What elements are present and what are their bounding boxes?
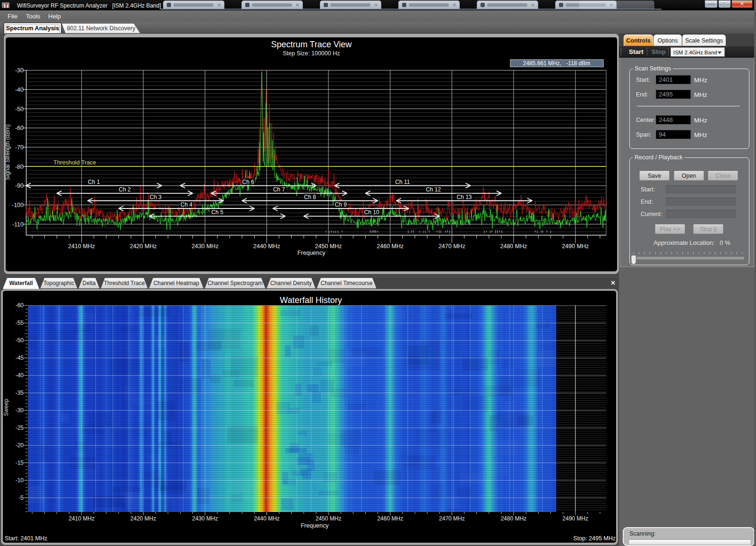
- svg-text:-10: -10: [16, 477, 24, 484]
- svg-text:-5: -5: [18, 494, 24, 501]
- svg-text:Ch 5: Ch 5: [211, 209, 223, 216]
- svg-text:Ch 8: Ch 8: [304, 194, 316, 200]
- svg-text:Ch 4: Ch 4: [180, 201, 193, 208]
- svg-text:Ch 3: Ch 3: [150, 194, 162, 200]
- svg-text:Ch 11: Ch 11: [395, 179, 410, 185]
- svg-text:Ch 9: Ch 9: [335, 201, 347, 208]
- svg-text:-90: -90: [15, 182, 24, 189]
- svg-text:Sweep: Sweep: [3, 399, 9, 416]
- svg-text:2490 MHz: 2490 MHz: [562, 243, 589, 250]
- svg-text:2450 MHz: 2450 MHz: [315, 243, 342, 250]
- svg-text:-45: -45: [16, 355, 24, 361]
- svg-text:2490 MHz: 2490 MHz: [562, 515, 588, 522]
- svg-text:Ch 6: Ch 6: [242, 179, 255, 185]
- svg-text:Ch 10: Ch 10: [364, 209, 379, 216]
- svg-text:-60: -60: [15, 125, 24, 131]
- svg-text:Waterfall History: Waterfall History: [280, 295, 342, 305]
- svg-text:2460 MHz: 2460 MHz: [377, 243, 404, 250]
- svg-text:Ch 1: Ch 1: [88, 179, 100, 185]
- svg-text:Ch 2: Ch 2: [119, 186, 131, 193]
- svg-text:2470 MHz: 2470 MHz: [438, 243, 465, 250]
- svg-text:-80: -80: [15, 164, 24, 170]
- svg-text:2420 MHz: 2420 MHz: [130, 515, 156, 522]
- svg-text:-15: -15: [16, 459, 24, 466]
- svg-text:2460 MHz: 2460 MHz: [377, 515, 403, 522]
- svg-text:Spectrum Trace View: Spectrum Trace View: [271, 40, 352, 49]
- svg-text:2450 MHz: 2450 MHz: [316, 515, 342, 522]
- svg-text:2485.661 MHz, -118 dBm: 2485.661 MHz, -118 dBm: [523, 60, 591, 67]
- svg-text:-110: -110: [12, 221, 24, 228]
- svg-text:Frequency: Frequency: [301, 522, 329, 529]
- svg-text:2480 MHz: 2480 MHz: [501, 515, 527, 522]
- svg-text:-70: -70: [15, 144, 24, 151]
- svg-text:-40: -40: [16, 372, 24, 379]
- svg-text:-20: -20: [16, 442, 24, 449]
- svg-text:2420 MHz: 2420 MHz: [130, 243, 157, 250]
- svg-text:2410 MHz: 2410 MHz: [69, 515, 94, 522]
- svg-text:2480 MHz: 2480 MHz: [500, 243, 527, 250]
- svg-text:-55: -55: [16, 320, 24, 326]
- svg-text:2440 MHz: 2440 MHz: [253, 243, 280, 250]
- svg-text:-25: -25: [16, 425, 24, 431]
- svg-text:-40: -40: [15, 87, 24, 93]
- svg-text:-50: -50: [15, 106, 24, 113]
- svg-text:Ch 12: Ch 12: [426, 186, 441, 193]
- svg-text:-100: -100: [12, 202, 24, 208]
- svg-text:-60: -60: [16, 302, 24, 309]
- svg-text:2470 MHz: 2470 MHz: [439, 515, 465, 522]
- svg-text:Stop: 2495 MHz: Stop: 2495 MHz: [573, 535, 616, 542]
- svg-text:Frequency: Frequency: [297, 250, 326, 256]
- svg-text:Ch 13: Ch 13: [456, 194, 472, 200]
- svg-text:2440 MHz: 2440 MHz: [254, 515, 280, 522]
- svg-text:Start: 2401 MHz: Start: 2401 MHz: [5, 535, 47, 542]
- svg-text:-30: -30: [15, 67, 24, 74]
- svg-text:-35: -35: [16, 390, 24, 396]
- svg-text:Ch 7: Ch 7: [273, 186, 285, 193]
- svg-text:Step Size: 100000 Hz: Step Size: 100000 Hz: [283, 50, 340, 57]
- svg-text:Threshold Trace: Threshold Trace: [53, 159, 96, 166]
- svg-text:2430 MHz: 2430 MHz: [191, 243, 218, 250]
- svg-text:-50: -50: [16, 337, 24, 344]
- svg-text:2430 MHz: 2430 MHz: [192, 515, 218, 522]
- svg-text:-30: -30: [16, 407, 24, 414]
- svg-text:2410 MHz: 2410 MHz: [68, 243, 95, 250]
- svg-text:Signal Strength (dBm): Signal Strength (dBm): [6, 124, 11, 180]
